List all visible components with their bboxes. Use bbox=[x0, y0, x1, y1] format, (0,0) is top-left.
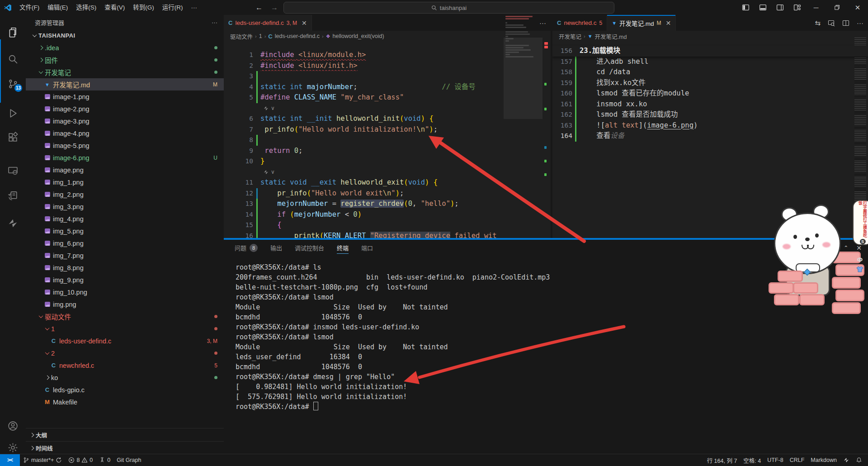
tree-item[interactable]: img_3.png bbox=[26, 200, 224, 213]
code-line[interactable]: 163 ![alt text](image-6.png) bbox=[552, 120, 868, 131]
code-line[interactable]: 4static int majorNumber; // 设备号 bbox=[224, 82, 551, 93]
code-line[interactable]: 3 bbox=[224, 71, 551, 82]
code-line[interactable]: 11static void __exit helloworld_exit(voi… bbox=[224, 177, 551, 188]
toggle-secondary-sidebar-icon[interactable] bbox=[771, 0, 788, 15]
tree-item[interactable]: image-5.png bbox=[26, 139, 224, 152]
panel-tab-调试控制台[interactable]: 调试控制台 bbox=[295, 240, 324, 256]
window-minimize-button[interactable]: ─ bbox=[806, 0, 826, 15]
more-actions-icon[interactable]: ··· bbox=[857, 19, 863, 27]
tree-item[interactable]: Cleds-user-defind.c3, M bbox=[26, 335, 224, 347]
activity-lingma-icon[interactable] bbox=[0, 214, 26, 232]
tree-item[interactable]: image-1.png bbox=[26, 90, 224, 103]
menu-转到(G)[interactable]: 转到(G) bbox=[129, 3, 158, 13]
status-item-left-1[interactable]: 80 bbox=[65, 454, 96, 466]
tree-item[interactable]: 驱动文件 bbox=[26, 310, 224, 323]
panel-tab-问题[interactable]: 问题8 bbox=[235, 240, 258, 256]
menu-选择(S)[interactable]: 选择(S) bbox=[72, 3, 100, 13]
codelens-row[interactable]: ∨ bbox=[224, 167, 551, 178]
code-line[interactable]: 14 if (mejorNumber < 0) bbox=[224, 209, 551, 220]
menu-文件(F)[interactable]: 文件(F) bbox=[15, 3, 43, 13]
code-editor-left[interactable]: 1#include <linux/module.h>2#include <lin… bbox=[224, 42, 551, 240]
activity-doc-sync-icon[interactable] bbox=[0, 187, 26, 205]
tree-item[interactable]: .idea bbox=[26, 42, 224, 54]
tree-item[interactable]: img_6.png bbox=[26, 237, 224, 249]
close-tab-icon[interactable]: ✕ bbox=[302, 19, 307, 27]
tree-item[interactable]: 开发笔记 bbox=[26, 66, 224, 78]
search-input[interactable]: taishanpai bbox=[283, 2, 614, 14]
tree-item[interactable]: MMakefile bbox=[26, 396, 224, 408]
open-preview-icon[interactable] bbox=[828, 19, 835, 27]
status-item-left-2[interactable]: 0 bbox=[96, 454, 113, 466]
code-line[interactable]: 160 lsmod 查看已存在的module bbox=[552, 88, 868, 99]
status-item-left-0[interactable]: master*+ bbox=[20, 454, 65, 466]
tree-item[interactable]: image-3.png bbox=[26, 115, 224, 127]
tree-item[interactable]: Cleds-gpio.c bbox=[26, 384, 224, 396]
breadcrumb[interactable]: 开发笔记›▼开发笔记.md bbox=[552, 31, 868, 42]
activity-source-control-icon[interactable]: 13 bbox=[0, 75, 26, 93]
menu-运行(R)[interactable]: 运行(R) bbox=[158, 3, 187, 13]
tree-item[interactable]: img_10.png bbox=[26, 286, 224, 298]
tree-item[interactable]: ▼开发笔记.mdM bbox=[26, 78, 224, 90]
tree-item[interactable]: image-4.png bbox=[26, 127, 224, 139]
pet-controls[interactable]: Φ bbox=[856, 256, 863, 272]
close-tab-icon[interactable]: ✕ bbox=[666, 19, 671, 27]
code-line[interactable]: 5#define CLASS_NAME "my_char_class" bbox=[224, 92, 551, 103]
code-line[interactable]: 15623.加载模块 bbox=[552, 46, 868, 57]
terminal-layout-icon[interactable]: ∨ bbox=[802, 244, 814, 251]
terminal-output[interactable]: root@RK356X:/data# ls200frames_count.h26… bbox=[236, 262, 550, 412]
tree-item[interactable]: img_1.png bbox=[26, 176, 224, 188]
menu-编辑(E)[interactable]: 编辑(E) bbox=[43, 3, 72, 13]
split-editor-icon[interactable] bbox=[842, 19, 849, 27]
panel-tab-终端[interactable]: 终端 bbox=[337, 240, 349, 256]
activity-search-icon[interactable] bbox=[0, 50, 26, 68]
status-item-right-1[interactable]: 空格: 4 bbox=[740, 454, 764, 466]
tree-item[interactable]: img_4.png bbox=[26, 213, 224, 225]
toggle-sidebar-icon[interactable] bbox=[737, 0, 754, 15]
status-item-right-5[interactable] bbox=[840, 454, 853, 466]
panel-maximize-icon[interactable]: ⌃ bbox=[844, 245, 848, 251]
code-line[interactable]: 12 pr_info("Hello world exit\n"); bbox=[224, 188, 551, 199]
code-line[interactable]: 6static int __init helloworld_init(void)… bbox=[224, 114, 551, 124]
activity-run-debug-icon[interactable] bbox=[0, 104, 26, 122]
activity-explorer-icon[interactable] bbox=[0, 24, 26, 42]
tree-root[interactable]: TAISHANPAI bbox=[26, 29, 224, 42]
tab-leds-user-defind.c[interactable]: Cleds-user-defind.c3, M✕ bbox=[224, 15, 312, 31]
explorer-more-icon[interactable]: ··· bbox=[212, 19, 217, 26]
tree-item[interactable]: img_7.png bbox=[26, 249, 224, 262]
activity-remote-explorer-icon[interactable] bbox=[0, 162, 26, 180]
panel-tab-输出[interactable]: 输出 bbox=[270, 240, 282, 256]
compare-changes-icon[interactable]: ⇆ bbox=[815, 19, 821, 27]
remote-indicator[interactable]: >< bbox=[0, 454, 20, 466]
code-line[interactable]: 158 cd /data bbox=[552, 67, 868, 78]
code-line[interactable]: 9 return 0; bbox=[224, 146, 551, 157]
code-line[interactable]: 159 找到xx.ko文件 bbox=[552, 78, 868, 89]
code-line[interactable]: 7 pr_info("Hello world initialization!\n… bbox=[224, 124, 551, 135]
section-大纲[interactable]: 大纲 bbox=[26, 428, 224, 441]
markdown-editor-right[interactable]: 15623.加载模块157 进入adb shell158 cd /data159… bbox=[552, 42, 868, 142]
tree-item[interactable]: img_5.png bbox=[26, 225, 224, 237]
code-line[interactable]: 2#include <linux/init.h> bbox=[224, 61, 551, 71]
tree-item[interactable]: 2 bbox=[26, 347, 224, 359]
code-line[interactable]: 161 insmod xx.ko bbox=[552, 99, 868, 110]
code-line[interactable]: 8 bbox=[224, 135, 551, 146]
toggle-panel-icon[interactable] bbox=[754, 0, 771, 15]
activity-account-icon[interactable] bbox=[0, 417, 26, 435]
code-line[interactable]: 162 lsmod 查看是否加载成功 bbox=[552, 109, 868, 120]
breadcrumb[interactable]: 驱动文件›1›Cleds-user-defind.c›❖helloworld_e… bbox=[224, 31, 551, 42]
activity-extensions-icon[interactable] bbox=[0, 128, 26, 146]
tree-item[interactable]: Cnewchrled.c5 bbox=[26, 359, 224, 371]
tree-item[interactable]: image-2.png bbox=[26, 103, 224, 115]
tree-item[interactable]: img_8.png bbox=[26, 262, 224, 274]
terminal-profile-icon[interactable]: ao bbox=[822, 244, 835, 251]
panel-tab-端口[interactable]: 端口 bbox=[361, 240, 373, 256]
code-line[interactable]: 1#include <linux/module.h> bbox=[224, 50, 551, 61]
nav-back-icon[interactable]: ← bbox=[255, 4, 263, 12]
status-item-right-6[interactable] bbox=[853, 454, 865, 466]
status-item-right-0[interactable]: 行 164, 列 7 bbox=[704, 454, 741, 466]
tree-item[interactable]: img_9.png bbox=[26, 274, 224, 286]
tree-item[interactable]: image-6.pngU bbox=[26, 152, 224, 164]
nav-forward-icon[interactable]: → bbox=[271, 4, 278, 12]
tree-item[interactable]: image.png bbox=[26, 164, 224, 176]
code-line[interactable]: 157 进入adb shell bbox=[552, 57, 868, 67]
status-item-right-2[interactable]: UTF-8 bbox=[764, 454, 786, 466]
